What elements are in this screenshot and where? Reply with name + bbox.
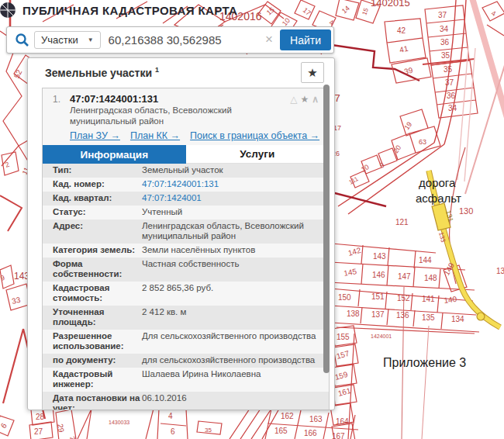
- clear-icon[interactable]: ×: [265, 33, 273, 46]
- map-label: 111: [348, 175, 361, 186]
- info-row: по документу:для сельскохозяйственного п…: [43, 354, 329, 368]
- map-label: 2: [68, 435, 77, 439]
- map-label: 163: [309, 415, 323, 423]
- map-label: 1402016: [219, 10, 262, 22]
- map-label: 42: [397, 26, 406, 35]
- map-label: 34: [440, 25, 449, 33]
- result-cadastral-number: 47:07:1424001:131: [70, 93, 158, 105]
- info-row-value: Ленинградская область, Всеволожский муни…: [142, 221, 329, 241]
- info-row-label: Разрешенное использование:: [43, 331, 142, 351]
- map-label: дорога: [419, 176, 456, 189]
- info-row: Кад. квартал:47:07:1424001: [43, 192, 329, 206]
- result-link-2[interactable]: Поиск в границах объекта →: [190, 130, 319, 141]
- info-row-label: Форма собственности:: [43, 259, 142, 279]
- info-row-label: Статус:: [43, 207, 142, 217]
- map-label: 134: [451, 315, 464, 323]
- info-row: Тип:Земельный участок: [43, 164, 329, 178]
- result-link-1[interactable]: План КК →: [130, 130, 180, 141]
- map-label: 34: [448, 104, 457, 112]
- result-link-0[interactable]: План ЗУ →: [70, 130, 120, 141]
- info-row: Кадастровый инженер:Шалаева Ирина Никола…: [43, 368, 329, 392]
- scrollbar-thumb[interactable]: [323, 85, 330, 373]
- result-links: План ЗУ →План КК →Поиск в границах объек…: [70, 130, 321, 141]
- map-label: 1430033: [109, 420, 129, 425]
- map-label: 159: [334, 370, 349, 382]
- info-row-value: Частная собственность: [142, 259, 329, 279]
- map-label: 166: [304, 429, 317, 437]
- map-label: 1424001: [371, 334, 392, 339]
- map-label: 141: [422, 295, 435, 303]
- map-label: 167: [332, 432, 345, 439]
- map-label: 165: [274, 427, 288, 435]
- search-input[interactable]: [101, 33, 266, 47]
- map-label: 140: [444, 295, 457, 305]
- result-address: Ленинградская область, Всеволожский муни…: [70, 105, 279, 126]
- map-label: 148: [424, 274, 437, 282]
- info-row-label: Кадастровый инженер:: [43, 369, 142, 389]
- info-row-value: Земли населённых пунктов: [142, 245, 329, 255]
- map-label: 155: [337, 333, 350, 341]
- search-bar: Участки ▼ × Найти: [6, 26, 334, 54]
- find-button[interactable]: Найти: [280, 29, 331, 50]
- map-label: 15: [361, 7, 370, 16]
- map-label: 27: [34, 427, 43, 436]
- info-row: Адрес:Ленинградская область, Всеволожски…: [43, 220, 329, 244]
- search-icon: [15, 33, 29, 47]
- info-row-value: для сельскохозяйственного производства: [142, 355, 329, 365]
- map-label: 39: [403, 66, 414, 76]
- map-label: 161: [337, 386, 352, 398]
- collapse-icon[interactable]: ∧: [312, 94, 322, 105]
- map-label: 6: [0, 421, 9, 430]
- info-row-value: 06.10.2016: [142, 393, 329, 410]
- search-category-label: Участки: [41, 34, 78, 46]
- map-label: 147: [398, 272, 411, 281]
- info-row-value: Для сельскохозяйственного производства: [142, 331, 329, 351]
- map-label: 33: [11, 296, 22, 306]
- info-row-label: Кадастровая стоимость:: [43, 283, 142, 303]
- map-label: 52: [12, 68, 24, 80]
- info-row-label: Уточненная площадь:: [43, 307, 142, 327]
- highway-lines: [449, 0, 504, 284]
- tab-информация[interactable]: Информация: [43, 145, 186, 164]
- info-row: Кадастровая стоимость:2 852 865,36 руб.: [43, 282, 329, 306]
- search-category-dropdown[interactable]: Участки ▼: [34, 31, 101, 49]
- result-actions: △★∧: [290, 94, 322, 105]
- map-label: 130: [459, 206, 473, 216]
- map-label: 28: [36, 413, 45, 421]
- map-label: 144: [419, 256, 432, 264]
- info-row-label: Кад. номер:: [43, 179, 142, 189]
- map-label: 152: [397, 294, 410, 302]
- tab-услуги[interactable]: Услуги: [186, 145, 330, 164]
- info-table: Тип:Земельный участокКад. номер:47:07:14…: [43, 164, 329, 410]
- map-label: 143: [373, 252, 386, 261]
- map-label: 136: [396, 311, 409, 320]
- map-label: 63: [419, 138, 426, 146]
- map-label: 157: [336, 349, 350, 361]
- map-label: 15: [265, 5, 276, 16]
- map-label: 36: [440, 38, 450, 47]
- map-label: 35: [205, 427, 212, 434]
- map-label: 138: [347, 309, 360, 318]
- favorites-button[interactable]: ★: [301, 62, 324, 83]
- info-row-label: по документу:: [43, 355, 142, 365]
- favorite-star-icon[interactable]: ★: [300, 94, 312, 105]
- map-label: 2: [4, 161, 10, 169]
- map-label: 37: [445, 78, 454, 87]
- info-row-value: Земельный участок: [142, 165, 329, 175]
- warning-icon[interactable]: △: [290, 94, 300, 105]
- map-label: 2: [216, 5, 219, 12]
- map-label: 35: [444, 65, 453, 74]
- map-label: 1402015: [371, 0, 410, 9]
- cadastral-map-app: 1402016140201514020172151710441415424139…: [0, 0, 504, 439]
- info-row-value: 2 852 865,36 руб.: [142, 283, 329, 303]
- map-label: асфальт: [416, 192, 461, 205]
- info-row-label: Тип:: [43, 165, 142, 175]
- map-label: 35: [441, 51, 450, 60]
- info-row-value[interactable]: 47:07:1424001: [142, 193, 329, 203]
- map-label: 41: [399, 44, 409, 54]
- chevron-down-icon: ▼: [88, 36, 94, 43]
- info-row: Дата постановки на учет:06.10.2016: [43, 392, 329, 410]
- map-label: 146: [372, 271, 385, 279]
- info-row-value[interactable]: 47:07:1424001:131: [142, 179, 329, 189]
- info-row: Статус:Учтенный: [43, 206, 329, 220]
